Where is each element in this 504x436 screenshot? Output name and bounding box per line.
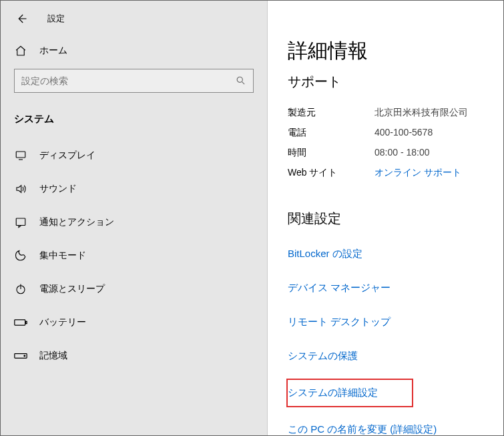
home-label: ホーム [39, 45, 67, 57]
link-remote-desktop[interactable]: リモート デスクトップ [288, 309, 490, 335]
svg-rect-4 [16, 218, 25, 226]
power-icon [14, 283, 27, 295]
search-icon [236, 75, 246, 86]
info-label: 製造元 [288, 107, 374, 119]
sidebar-item-label: サウンド [39, 183, 77, 195]
info-row-phone: 電話 400-100-5678 [288, 123, 490, 143]
sidebar-item-notifications[interactable]: 通知とアクション [1, 206, 267, 239]
storage-icon [14, 352, 27, 360]
sidebar-item-label: 集中モード [39, 250, 86, 262]
support-heading: サポート [288, 73, 490, 91]
info-label: Web サイト [288, 167, 374, 179]
sidebar-item-battery[interactable]: バッテリー [1, 306, 267, 339]
sidebar-item-label: 電源とスリープ [39, 283, 105, 295]
link-advanced-system-settings[interactable]: システムの詳細設定 [286, 379, 413, 407]
sound-icon [14, 183, 27, 195]
info-value: 08:00 - 18:00 [374, 147, 430, 159]
website-link[interactable]: オンライン サポート [374, 167, 461, 179]
sidebar-item-display[interactable]: ディスプレイ [1, 139, 267, 172]
page-title: 詳細情報 [288, 37, 490, 65]
svg-point-10 [24, 355, 25, 357]
notification-icon [14, 216, 27, 228]
info-value: 400-100-5678 [374, 127, 433, 139]
sidebar-item-label: バッテリー [39, 316, 86, 329]
svg-point-0 [237, 77, 242, 82]
sidebar-item-power[interactable]: 電源とスリープ [1, 272, 267, 306]
link-bitlocker[interactable]: BitLocker の設定 [288, 241, 490, 267]
sidebar-item-label: 記憶域 [39, 350, 67, 362]
info-row-hours: 時間 08:00 - 18:00 [288, 143, 490, 163]
info-row-manufacturer: 製造元 北京田米科技有限公司 [288, 103, 490, 123]
svg-rect-7 [15, 320, 25, 325]
sidebar-item-storage[interactable]: 記憶域 [1, 339, 267, 373]
support-info: 製造元 北京田米科技有限公司 電話 400-100-5678 時間 08:00 … [288, 103, 490, 183]
svg-line-1 [242, 81, 244, 84]
sidebar-item-label: 通知とアクション [39, 216, 114, 228]
sidebar: 設定 ホーム システム [1, 1, 268, 435]
sidebar-section-title: システム [1, 106, 267, 139]
sidebar-item-sound[interactable]: サウンド [1, 172, 267, 206]
sidebar-item-label: ディスプレイ [39, 150, 95, 162]
display-icon [14, 150, 27, 162]
main-content: 詳細情報 サポート 製造元 北京田米科技有限公司 電話 400-100-5678… [268, 1, 503, 435]
sidebar-item-home[interactable]: ホーム [1, 38, 267, 69]
related-heading: 関連設定 [288, 210, 490, 228]
svg-rect-2 [16, 152, 25, 158]
info-value: 北京田米科技有限公司 [374, 107, 468, 119]
related-settings: 関連設定 BitLocker の設定 デバイス マネージャー リモート デスクト… [288, 210, 490, 435]
info-label: 電話 [288, 127, 374, 139]
search-input[interactable] [21, 75, 236, 86]
search-box[interactable] [14, 69, 254, 93]
back-button[interactable] [14, 11, 29, 26]
header-title: 設定 [47, 13, 65, 25]
link-system-protection[interactable]: システムの保護 [288, 343, 490, 369]
link-device-manager[interactable]: デバイス マネージャー [288, 275, 490, 301]
info-label: 時間 [288, 147, 374, 159]
moon-icon [14, 250, 27, 262]
sidebar-item-focus[interactable]: 集中モード [1, 239, 267, 272]
svg-rect-8 [26, 321, 27, 323]
home-icon [14, 45, 27, 57]
battery-icon [14, 318, 27, 327]
info-row-website: Web サイト オンライン サポート [288, 163, 490, 183]
link-rename-pc[interactable]: この PC の名前を変更 (詳細設定) [288, 417, 490, 435]
